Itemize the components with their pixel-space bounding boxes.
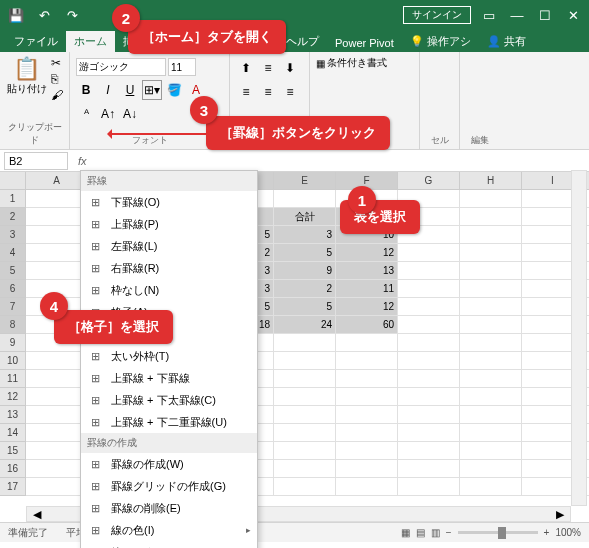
cell[interactable]	[274, 424, 336, 442]
name-box[interactable]	[4, 152, 68, 170]
cell[interactable]	[26, 424, 88, 442]
cell[interactable]	[460, 334, 522, 352]
dd-item[interactable]: ⊞上罫線 + 下太罫線(C)	[81, 389, 257, 411]
cell[interactable]	[336, 460, 398, 478]
undo-icon[interactable]: ↶	[34, 5, 54, 25]
row-header-7[interactable]: 7	[0, 298, 26, 316]
cell[interactable]	[26, 460, 88, 478]
ribbon-options-icon[interactable]: ▭	[479, 5, 499, 25]
row-header-1[interactable]: 1	[0, 190, 26, 208]
cell[interactable]: 5	[274, 244, 336, 262]
cell[interactable]	[274, 370, 336, 388]
view-normal-icon[interactable]: ▦	[401, 527, 410, 538]
redo-icon[interactable]: ↷	[62, 5, 82, 25]
cell[interactable]	[398, 334, 460, 352]
tab-file[interactable]: ファイル	[6, 31, 66, 52]
dd-item[interactable]: ⊞枠なし(N)	[81, 279, 257, 301]
cell[interactable]	[398, 424, 460, 442]
cell[interactable]: 24	[274, 316, 336, 334]
row-header-14[interactable]: 14	[0, 424, 26, 442]
cell[interactable]	[460, 280, 522, 298]
row-header-2[interactable]: 2	[0, 208, 26, 226]
cell[interactable]	[26, 208, 88, 226]
cell[interactable]	[26, 442, 88, 460]
cell[interactable]: 12	[336, 298, 398, 316]
dd-item[interactable]: ⊞太い外枠(T)	[81, 345, 257, 367]
tab-search[interactable]: 💡 操作アシ	[402, 31, 479, 52]
align-right-icon[interactable]: ≡	[280, 82, 300, 102]
cell[interactable]	[460, 388, 522, 406]
cell[interactable]	[398, 388, 460, 406]
zoom-slider[interactable]	[458, 531, 538, 534]
dd-item[interactable]: ⊞左罫線(L)	[81, 235, 257, 257]
vertical-scrollbar[interactable]	[571, 170, 587, 506]
zoom-level[interactable]: 100%	[555, 527, 581, 538]
close-icon[interactable]: ✕	[563, 5, 583, 25]
tab-share[interactable]: 👤 共有	[479, 31, 534, 52]
cell[interactable]: 5	[274, 298, 336, 316]
zoom-out-icon[interactable]: −	[446, 527, 452, 538]
cell[interactable]	[460, 424, 522, 442]
dd-item[interactable]: ⊞上罫線(P)	[81, 213, 257, 235]
cell[interactable]	[26, 478, 88, 496]
cell[interactable]	[274, 406, 336, 424]
cell[interactable]	[336, 370, 398, 388]
cell[interactable]	[336, 442, 398, 460]
align-left-icon[interactable]: ≡	[236, 82, 256, 102]
cell[interactable]	[460, 298, 522, 316]
row-header-13[interactable]: 13	[0, 406, 26, 424]
cell[interactable]: 3	[274, 226, 336, 244]
cell[interactable]	[26, 388, 88, 406]
row-header-16[interactable]: 16	[0, 460, 26, 478]
fill-color-button[interactable]: 🪣	[164, 80, 184, 100]
cell[interactable]	[460, 406, 522, 424]
cell[interactable]	[274, 352, 336, 370]
cell[interactable]	[460, 208, 522, 226]
cell[interactable]	[398, 370, 460, 388]
cell[interactable]	[460, 190, 522, 208]
cell[interactable]	[398, 262, 460, 280]
bold-button[interactable]: B	[76, 80, 96, 100]
save-icon[interactable]: 💾	[6, 5, 26, 25]
signin-button[interactable]: サインイン	[403, 6, 471, 24]
cell[interactable]: 11	[336, 280, 398, 298]
tab-powerpivot[interactable]: Power Pivot	[327, 34, 402, 52]
cell[interactable]	[274, 478, 336, 496]
dd-item[interactable]: ⊞上罫線 + 下二重罫線(U)	[81, 411, 257, 433]
col-header-G[interactable]: G	[398, 172, 460, 190]
col-header-E[interactable]: E	[274, 172, 336, 190]
cell[interactable]	[336, 388, 398, 406]
row-header-3[interactable]: 3	[0, 226, 26, 244]
cell[interactable]	[398, 244, 460, 262]
decrease-font-icon[interactable]: A↓	[120, 104, 140, 124]
cell[interactable]	[398, 280, 460, 298]
cell[interactable]	[460, 442, 522, 460]
row-header-10[interactable]: 10	[0, 352, 26, 370]
row-header-5[interactable]: 5	[0, 262, 26, 280]
cell[interactable]	[274, 388, 336, 406]
cell[interactable]	[26, 190, 88, 208]
cell[interactable]	[274, 190, 336, 208]
cell[interactable]	[336, 334, 398, 352]
cell[interactable]	[274, 460, 336, 478]
dd-item[interactable]: ⊞下罫線(O)	[81, 191, 257, 213]
border-button[interactable]: ⊞▾	[142, 80, 162, 100]
col-header-H[interactable]: H	[460, 172, 522, 190]
select-all-corner[interactable]	[0, 172, 26, 190]
cell[interactable]	[398, 352, 460, 370]
cell[interactable]	[26, 352, 88, 370]
col-header-A[interactable]: A	[26, 172, 88, 190]
row-header-11[interactable]: 11	[0, 370, 26, 388]
dd-item[interactable]: ⊞線の色(I)	[81, 519, 257, 541]
view-break-icon[interactable]: ▥	[431, 527, 440, 538]
row-header-9[interactable]: 9	[0, 334, 26, 352]
cond-format-button[interactable]: ▦ 条件付き書式	[316, 56, 413, 70]
cell[interactable]	[460, 370, 522, 388]
dd-item[interactable]: ⊞罫線の削除(E)	[81, 497, 257, 519]
align-bottom-icon[interactable]: ⬇	[280, 58, 300, 78]
align-top-icon[interactable]: ⬆	[236, 58, 256, 78]
cell[interactable]: 合計	[274, 208, 336, 226]
font-name-select[interactable]	[76, 58, 166, 76]
cell[interactable]	[460, 478, 522, 496]
cell[interactable]: 12	[336, 244, 398, 262]
